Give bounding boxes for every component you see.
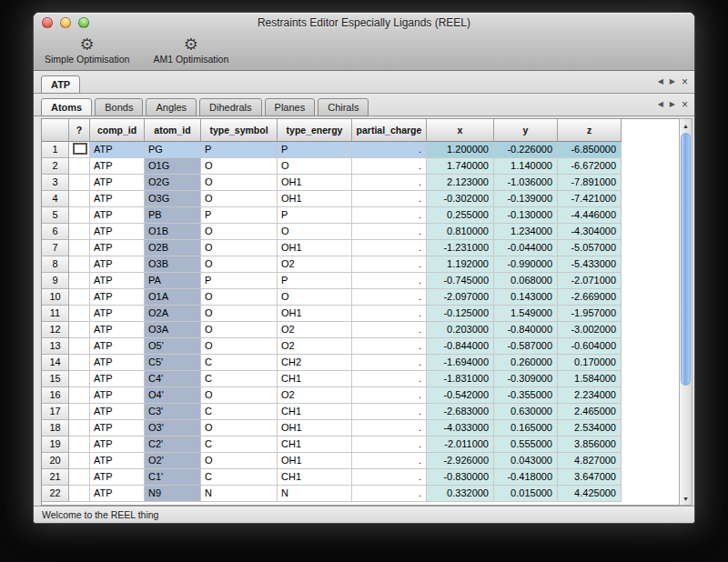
cell-x[interactable]: -2.097000	[427, 289, 494, 306]
cell-type-energy[interactable]: OH1	[278, 175, 352, 191]
row-number[interactable]: 19	[42, 437, 69, 453]
cell-partial-charge[interactable]: .	[352, 453, 427, 469]
tab-atp[interactable]: ATP	[41, 75, 80, 94]
cell-atom-id[interactable]: O2B	[145, 240, 201, 256]
cell-partial-charge[interactable]: .	[352, 273, 427, 289]
cell-comp-id[interactable]: ATP	[90, 224, 145, 240]
cell-z[interactable]: 1.584000	[558, 371, 622, 387]
cell-type-symbol[interactable]: C	[201, 404, 278, 420]
cell-x[interactable]: 0.255000	[427, 207, 494, 224]
tab-close-icon[interactable]: ×	[682, 99, 688, 110]
row-question-cell[interactable]	[69, 469, 90, 486]
column-header-question[interactable]: ?	[69, 119, 90, 142]
cell-x[interactable]: 1.740000	[427, 158, 494, 175]
cell-type-symbol[interactable]: C	[201, 437, 278, 453]
cell-comp-id[interactable]: ATP	[90, 240, 145, 256]
cell-atom-id[interactable]: PG	[145, 142, 201, 158]
cell-type-energy[interactable]: OH1	[278, 420, 352, 437]
cell-y[interactable]: -0.990000	[494, 256, 558, 273]
row-number[interactable]: 13	[42, 338, 69, 355]
titlebar[interactable]: Restraints Editor Especially Ligands (RE…	[34, 13, 694, 33]
cell-comp-id[interactable]: ATP	[90, 420, 145, 437]
cell-type-symbol[interactable]: O	[201, 191, 278, 207]
cell-atom-id[interactable]: O3B	[145, 256, 201, 273]
cell-type-symbol[interactable]: N	[201, 486, 278, 502]
cell-comp-id[interactable]: ATP	[90, 191, 145, 207]
cell-x[interactable]: -1.831000	[427, 371, 494, 387]
cell-atom-id[interactable]: O2'	[145, 453, 201, 469]
tab-bonds[interactable]: Bonds	[95, 98, 143, 116]
scroll-down-icon[interactable]: ▼	[680, 492, 692, 505]
cell-y[interactable]: 0.630000	[494, 404, 558, 420]
cell-type-symbol[interactable]: O	[201, 289, 278, 306]
cell-type-energy[interactable]: OH1	[278, 306, 352, 322]
cell-comp-id[interactable]: ATP	[90, 437, 145, 453]
cell-type-energy[interactable]: O2	[278, 387, 352, 404]
cell-z[interactable]: -6.672000	[558, 158, 622, 175]
cell-type-energy[interactable]: O2	[278, 256, 352, 273]
tab-dihedrals[interactable]: Dihedrals	[199, 98, 261, 116]
cell-type-energy[interactable]: P	[278, 273, 352, 289]
cell-comp-id[interactable]: ATP	[90, 355, 145, 371]
row-question-cell[interactable]	[69, 338, 90, 355]
cell-x[interactable]: 0.203000	[427, 322, 494, 338]
cell-comp-id[interactable]: ATP	[90, 453, 145, 469]
cell-partial-charge[interactable]: .	[352, 175, 427, 191]
cell-type-energy[interactable]: CH1	[278, 371, 352, 387]
cell-y[interactable]: 0.043000	[494, 453, 558, 469]
cell-z[interactable]: -4.304000	[558, 224, 622, 240]
cell-comp-id[interactable]: ATP	[90, 404, 145, 420]
cell-y[interactable]: 0.068000	[494, 273, 558, 289]
cell-comp-id[interactable]: ATP	[90, 322, 145, 338]
tab-atoms[interactable]: Atoms	[41, 98, 92, 116]
row-number[interactable]: 17	[42, 404, 69, 420]
column-header-type-symbol[interactable]: type_symbol	[201, 119, 278, 142]
cell-type-symbol[interactable]: O	[201, 175, 278, 191]
cell-x[interactable]: 2.123000	[427, 175, 494, 191]
cell-x[interactable]: -0.844000	[427, 338, 494, 355]
cell-y[interactable]: 0.143000	[494, 289, 558, 306]
cell-comp-id[interactable]: ATP	[90, 371, 145, 387]
cell-comp-id[interactable]: ATP	[90, 175, 145, 191]
cell-atom-id[interactable]: O3A	[145, 322, 201, 338]
cell-type-energy[interactable]: N	[278, 486, 352, 502]
row-number[interactable]: 22	[42, 486, 69, 502]
cell-partial-charge[interactable]: .	[352, 420, 427, 437]
cell-type-symbol[interactable]: C	[201, 355, 278, 371]
cell-y[interactable]: -0.130000	[494, 207, 558, 224]
cell-z[interactable]: -0.604000	[558, 338, 622, 355]
row-question-cell[interactable]	[69, 306, 90, 322]
cell-y[interactable]: -0.587000	[494, 338, 558, 355]
cell-atom-id[interactable]: C1'	[145, 469, 201, 486]
cell-z[interactable]: 0.170000	[558, 355, 622, 371]
cell-type-energy[interactable]: P	[278, 207, 352, 224]
cell-x[interactable]: 0.332000	[427, 486, 494, 502]
row-question-cell[interactable]	[69, 289, 90, 306]
cell-y[interactable]: -0.309000	[494, 371, 558, 387]
row-number[interactable]: 5	[42, 207, 69, 224]
cell-comp-id[interactable]: ATP	[90, 289, 145, 306]
cell-x[interactable]: 1.192000	[427, 256, 494, 273]
cell-z[interactable]: 3.856000	[558, 437, 622, 453]
row-question-cell[interactable]	[69, 453, 90, 469]
cell-z[interactable]: 4.827000	[558, 453, 622, 469]
cell-type-energy[interactable]: O2	[278, 322, 352, 338]
cell-x[interactable]: -0.125000	[427, 306, 494, 322]
cell-comp-id[interactable]: ATP	[90, 387, 145, 404]
tab-planes[interactable]: Planes	[265, 98, 316, 116]
row-number[interactable]: 14	[42, 355, 69, 371]
cell-comp-id[interactable]: ATP	[90, 306, 145, 322]
row-number[interactable]: 10	[42, 289, 69, 306]
simple-optimisation-button[interactable]: ⚙ Simple Optimisation	[45, 35, 129, 65]
cell-partial-charge[interactable]: .	[352, 371, 427, 387]
cell-y[interactable]: -0.840000	[494, 322, 558, 338]
row-question-cell[interactable]	[69, 387, 90, 404]
row-number[interactable]: 1	[42, 142, 69, 158]
cell-z[interactable]: 2.234000	[558, 387, 622, 404]
cell-partial-charge[interactable]: .	[352, 158, 427, 175]
row-question-cell[interactable]	[69, 191, 90, 207]
cell-type-symbol[interactable]: O	[201, 322, 278, 338]
cell-comp-id[interactable]: ATP	[90, 486, 145, 502]
row-number[interactable]: 18	[42, 420, 69, 437]
tab-scroll-left-icon[interactable]: ◀	[658, 77, 663, 86]
